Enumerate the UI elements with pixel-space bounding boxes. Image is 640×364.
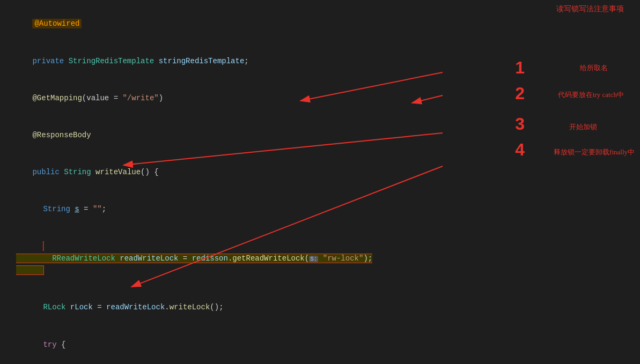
line-rwlock: RReadWriteLock readWriteLock = redisson.… bbox=[0, 228, 640, 289]
line-try: try { bbox=[0, 326, 640, 363]
line-field: private StringRedisTemplate stringRedisT… bbox=[0, 42, 640, 79]
line-var-s: String s = ""; bbox=[0, 191, 640, 228]
code-editor: @Autowired private StringRedisTemplate s… bbox=[0, 0, 640, 364]
line-responsebody: @ResponseBody bbox=[0, 117, 640, 154]
line-autowired: @Autowired bbox=[0, 5, 640, 42]
line-rlock: RLock rLock = readWriteLock.writeLock(); bbox=[0, 289, 640, 326]
line-method-sig: public String writeValue() { bbox=[0, 154, 640, 191]
line-getmapping: @GetMapping(value = "/write") bbox=[0, 79, 640, 116]
